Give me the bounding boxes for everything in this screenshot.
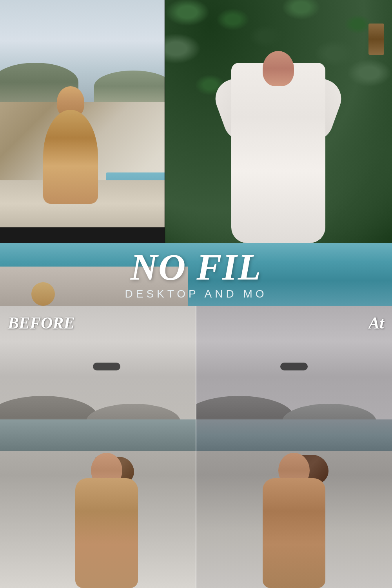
after-sunglasses xyxy=(280,363,308,370)
bottom-section: BEFORE At xyxy=(0,306,392,588)
subtitle: DESKTOP AND MO xyxy=(125,288,267,300)
after-label: At xyxy=(368,314,384,332)
lamp-decoration xyxy=(368,24,384,55)
person-left xyxy=(31,71,110,204)
person-right-head xyxy=(263,51,294,86)
page-wrapper: NO FIL DESKTOP AND MO B xyxy=(0,0,392,588)
before-person-figure xyxy=(64,447,150,588)
person-right xyxy=(216,24,341,243)
sunglasses xyxy=(93,363,120,370)
before-person-torso xyxy=(75,478,138,588)
before-label: BEFORE xyxy=(8,314,74,332)
photo-right xyxy=(165,0,392,243)
after-panel: At xyxy=(196,306,392,588)
after-water xyxy=(196,419,392,451)
before-after-divider xyxy=(196,306,196,588)
after-person-torso xyxy=(263,478,325,588)
dress-body xyxy=(231,63,325,243)
peek-person xyxy=(31,282,55,306)
main-title: NO FIL xyxy=(131,249,262,286)
photo-left-inner xyxy=(0,0,165,227)
after-person-figure xyxy=(251,447,337,588)
before-panel: BEFORE xyxy=(0,306,196,588)
collage-divider xyxy=(164,0,165,243)
before-water xyxy=(0,419,196,451)
person-body xyxy=(43,110,98,204)
top-collage xyxy=(0,0,392,243)
after-photo xyxy=(196,306,392,588)
before-photo xyxy=(0,306,196,588)
photo-left xyxy=(0,0,165,227)
banner-section: NO FIL DESKTOP AND MO xyxy=(0,243,392,306)
